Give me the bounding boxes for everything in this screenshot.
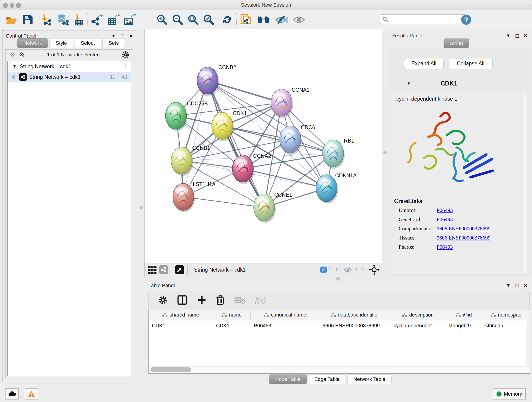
export-network-icon[interactable] <box>91 14 103 26</box>
memory-button[interactable]: Memory <box>493 389 526 400</box>
section-collapse-icon[interactable]: ▼ <box>407 81 411 86</box>
delete-column-icon[interactable] <box>215 295 225 305</box>
crosslink-genecard-link[interactable]: P06493 <box>437 217 453 223</box>
scrollbar-thumb[interactable] <box>151 367 191 372</box>
network-tree-root-row[interactable]: ▼ String Network – cdk1 1 <box>7 61 131 72</box>
network-edges[interactable] <box>176 81 333 207</box>
right-splitter-handle[interactable] <box>383 151 387 154</box>
first-neighbors-icon[interactable] <box>257 14 271 26</box>
panel-maximize-icon[interactable]: □ <box>515 32 519 39</box>
network-canvas[interactable]: CCNB2CCNA1CDC25BCDK1CDC6RB1CCNB1CCNA2CDK… <box>145 29 382 263</box>
column-header-description[interactable]: description <box>390 310 445 320</box>
column-header--id[interactable]: @id <box>445 310 482 320</box>
protein-section-header[interactable]: ▼ CDK1 <box>391 80 527 87</box>
panel-maximize-icon[interactable]: □ <box>515 282 519 289</box>
column-header-canonical-name[interactable]: canonical name <box>251 310 319 320</box>
import-table-icon[interactable] <box>73 14 84 26</box>
network-node-CCNB1[interactable] <box>171 147 193 176</box>
network-node-CDC6[interactable] <box>280 126 302 155</box>
panel-close-icon[interactable]: × <box>524 282 527 289</box>
tree-collapse-icon[interactable]: ▼ <box>13 64 17 69</box>
network-style-icon[interactable] <box>159 265 168 274</box>
zoom-fit-icon[interactable] <box>187 14 199 26</box>
birdseye-view-icon[interactable] <box>175 265 184 274</box>
network-node-CDKN1A[interactable] <box>316 175 338 204</box>
table-cell[interactable]: P06493 <box>251 323 319 329</box>
open-session-icon[interactable] <box>6 14 17 26</box>
left-splitter-handle[interactable] <box>139 206 143 209</box>
network-tree-child-row[interactable]: String Network – cdk1 11 48 <box>7 72 131 82</box>
expand-all-networks-icon[interactable] <box>18 51 26 58</box>
import-network-database-icon[interactable] <box>56 14 69 26</box>
network-node-CCNA1[interactable] <box>271 89 293 118</box>
panel-float-icon[interactable]: ▼ <box>506 283 511 288</box>
column-header-shared-name[interactable]: shared name <box>149 310 213 320</box>
tab-network[interactable]: Network <box>17 38 48 48</box>
split-panel-icon[interactable] <box>177 295 188 305</box>
crosslink-uniprot-link[interactable]: P06493 <box>437 207 453 213</box>
panel-close-icon[interactable]: × <box>524 32 527 39</box>
cloud-status-button[interactable] <box>5 389 19 400</box>
tab-style[interactable]: Style <box>50 38 73 48</box>
save-session-icon[interactable] <box>22 14 33 26</box>
crosslink-pharos-link[interactable]: P06493 <box>437 244 453 250</box>
tab-network-table[interactable]: Network Table <box>347 375 392 384</box>
network-node-RB1[interactable] <box>323 140 345 169</box>
node-table[interactable]: shared namenamecanonical namedatabase id… <box>148 310 530 366</box>
hide-selected-eye-icon[interactable] <box>275 14 288 26</box>
tab-select[interactable]: Select <box>75 38 101 48</box>
column-header-namespac[interactable]: namespac <box>482 310 530 320</box>
export-image-icon[interactable] <box>124 14 136 26</box>
zoom-out-icon[interactable] <box>172 14 183 26</box>
search-input[interactable] <box>380 14 468 24</box>
table-horizontal-scrollbar[interactable] <box>148 366 530 374</box>
table-cell[interactable]: stringdb <box>482 323 530 329</box>
table-cell[interactable]: stringdb:9... <box>445 323 482 329</box>
panel-float-icon[interactable]: ▼ <box>506 33 511 38</box>
selected-items-checkbox[interactable]: ✓ <box>320 267 327 273</box>
collapse-all-button[interactable]: Collapse All <box>449 58 493 69</box>
table-cell[interactable]: CDK1 <box>149 323 213 329</box>
network-node-CCNE1[interactable] <box>254 194 276 223</box>
tab-node-table[interactable]: Node Table <box>269 375 307 384</box>
column-header-name[interactable]: name <box>213 310 251 320</box>
node-label-CDK1: CDK1 <box>233 110 247 116</box>
table-settings-gear-icon[interactable] <box>158 295 168 305</box>
network-node-CDK1[interactable] <box>212 112 234 141</box>
table-cell[interactable]: cyclin-dependent ... <box>390 323 445 329</box>
export-table-icon[interactable] <box>107 14 120 26</box>
hidden-counts: 0 - 0 <box>355 267 365 273</box>
table-row[interactable]: CDK1CDK1P064939606.ENSP00000378699cyclin… <box>149 320 530 331</box>
tab-string[interactable]: String <box>443 38 469 48</box>
crosslink-tissues-link[interactable]: 9606.ENSP00000378699 <box>437 235 491 241</box>
tab-sets[interactable]: Sets <box>102 38 125 48</box>
collapse-all-networks-icon[interactable] <box>9 51 17 58</box>
duplicate-network-icon[interactable] <box>240 14 253 26</box>
table-cell[interactable]: 9606.ENSP00000378699 <box>319 323 390 329</box>
import-network-file-icon[interactable] <box>40 14 52 26</box>
hidden-items-eye-icon[interactable] <box>343 266 353 274</box>
network-tree: ▼ String Network – cdk1 1 String Network… <box>7 61 131 376</box>
table-cell[interactable]: CDK1 <box>213 323 251 329</box>
panel-close-icon[interactable]: × <box>129 32 133 39</box>
network-node-CCNB2[interactable] <box>197 67 219 96</box>
network-options-gear-icon[interactable] <box>121 50 130 59</box>
network-view[interactable]: CCNB2CCNA1CDC25BCDK1CDC6RB1CCNB1CCNA2CDK… <box>144 29 382 263</box>
zoom-selected-icon[interactable] <box>203 14 215 26</box>
table-vertical-scrollbar[interactable] <box>526 310 530 366</box>
help-button[interactable]: ? <box>461 14 472 26</box>
expand-all-button[interactable]: Expand All <box>404 58 443 69</box>
warnings-button[interactable] <box>25 389 38 400</box>
panel-float-icon[interactable]: ▼ <box>111 33 116 38</box>
refresh-icon[interactable] <box>221 14 233 26</box>
tab-edge-table[interactable]: Edge Table <box>308 375 346 384</box>
crosslink-compartments-link[interactable]: 9606.ENSP00000378699 <box>437 226 491 232</box>
column-header-database-identifier[interactable]: database identifier <box>319 310 390 320</box>
network-node-CCNA2[interactable] <box>232 155 254 184</box>
pan-crosshair-icon[interactable] <box>369 264 380 275</box>
add-column-icon[interactable] <box>197 295 206 305</box>
zoom-in-icon[interactable] <box>156 14 168 26</box>
network-node-HIST1H1A[interactable] <box>173 183 195 212</box>
grid-view-icon[interactable] <box>148 266 157 274</box>
results-scrollbar[interactable] <box>523 92 527 272</box>
